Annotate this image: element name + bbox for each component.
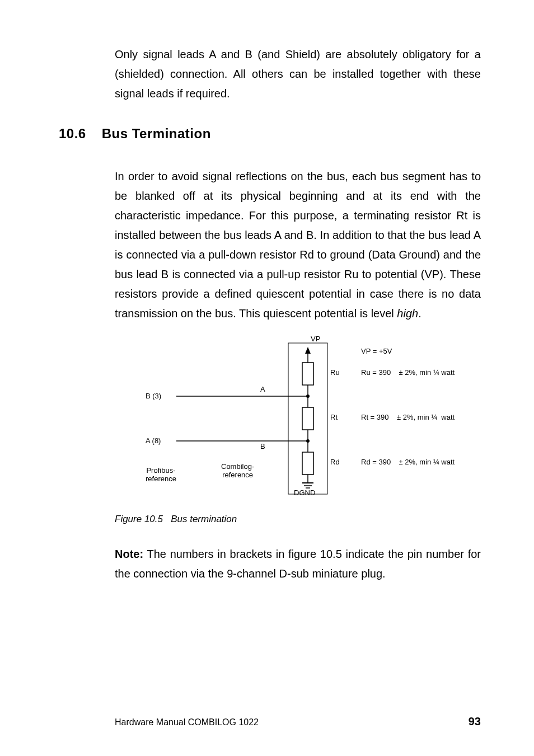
intro-paragraph: Only signal leads A and B (and Shield) a…	[115, 45, 481, 104]
footer-left: Hardware Manual COMBILOG 1022	[115, 717, 259, 727]
fig-a-wire-label: A	[260, 385, 265, 393]
fig-b3-label: B (3)	[146, 392, 161, 400]
fig-profibus-ref-l2: reference	[146, 475, 176, 483]
fig-b-wire-label: B	[260, 442, 265, 450]
section-number: 10.6	[59, 126, 86, 142]
note-text: The numbers in brackets in figure 10.5 i…	[115, 548, 481, 580]
fig-a8-label: A (8)	[146, 436, 161, 445]
svg-rect-5	[302, 452, 313, 475]
fig-combilog-ref-l1: Combilog-	[221, 462, 254, 471]
main-paragraph: In order to avoid signal reflections on …	[115, 167, 481, 323]
svg-marker-2	[305, 347, 311, 354]
fig-dgnd-label: DGND	[294, 489, 315, 497]
fig-rt-spec: Rt = 390 ± 2%, min ¼ watt	[361, 413, 455, 421]
note-paragraph: Note: The numbers in brackets in figure …	[115, 544, 481, 584]
fig-ru-label: Ru	[330, 368, 340, 377]
svg-point-10	[306, 395, 310, 398]
main-paragraph-high: high	[397, 307, 418, 320]
fig-rd-label: Rd	[330, 458, 340, 466]
page-footer: Hardware Manual COMBILOG 1022 93	[115, 715, 481, 728]
fig-combilog-ref-l2: reference	[222, 471, 253, 479]
fig-vp-label: VP	[311, 335, 320, 343]
page: Only signal leads A and B (and Shield) a…	[0, 0, 534, 756]
figure-caption-label: Figure 10.5	[115, 514, 163, 524]
figure-caption: Figure 10.5 Bus termination	[115, 514, 481, 525]
note-label: Note:	[115, 548, 143, 560]
fig-combilog-ref: Combilog- reference	[221, 462, 254, 479]
main-paragraph-period: .	[418, 307, 421, 320]
fig-vp5v: VP = +5V	[361, 347, 392, 355]
svg-rect-4	[302, 407, 313, 430]
section-title: Bus Termination	[102, 126, 211, 142]
footer-page-number: 93	[469, 715, 481, 728]
section-header: 10.6 Bus Termination	[59, 126, 481, 142]
svg-rect-3	[302, 363, 313, 385]
fig-ru-spec: Ru = 390 ± 2%, min ¼ watt	[361, 368, 455, 377]
bus-termination-figure: VP Ru Rt Rd DGND A B B (3) A (8) Profibu…	[115, 335, 481, 503]
fig-rd-spec: Rd = 390 ± 2%, min ¼ watt	[361, 458, 455, 466]
main-paragraph-text: In order to avoid signal reflections on …	[115, 170, 481, 320]
fig-profibus-ref: Profibus- reference	[146, 466, 176, 483]
svg-point-12	[306, 439, 310, 443]
fig-rt-label: Rt	[330, 413, 338, 421]
figure-caption-text: Bus termination	[171, 514, 237, 524]
fig-profibus-ref-l1: Profibus-	[146, 466, 175, 475]
